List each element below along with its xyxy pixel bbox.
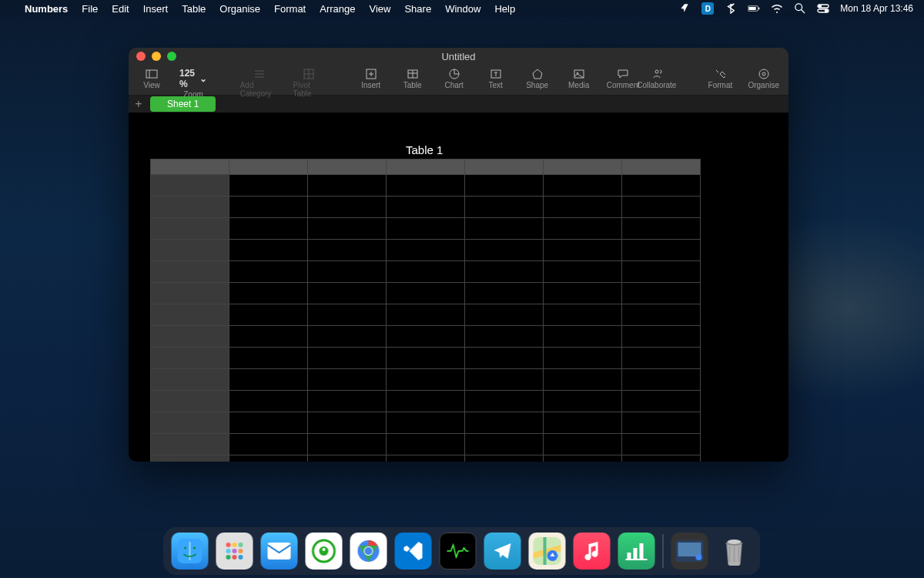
cell[interactable] <box>308 240 387 261</box>
cell[interactable] <box>465 283 544 304</box>
cell[interactable] <box>229 197 308 218</box>
cell[interactable] <box>229 391 308 412</box>
bluetooth-icon[interactable] <box>725 2 737 15</box>
cell[interactable] <box>544 455 622 462</box>
menu-arrange[interactable]: Arrange <box>320 3 355 15</box>
cell[interactable] <box>465 434 544 455</box>
cell[interactable] <box>622 348 701 369</box>
close-button[interactable] <box>136 52 146 61</box>
column-header[interactable] <box>544 160 622 175</box>
cell[interactable] <box>622 326 701 348</box>
row-header[interactable] <box>151 412 229 434</box>
organise-button[interactable]: Organise <box>748 68 779 89</box>
column-header[interactable] <box>229 160 308 175</box>
cell[interactable] <box>622 455 701 462</box>
cell[interactable] <box>544 412 622 434</box>
cell[interactable] <box>544 326 622 348</box>
cell[interactable] <box>229 434 308 455</box>
cell[interactable] <box>465 304 544 326</box>
dock-finder[interactable] <box>172 533 209 570</box>
column-header[interactable] <box>387 160 465 175</box>
cell[interactable] <box>387 348 465 369</box>
row-header[interactable] <box>151 304 229 326</box>
cell[interactable] <box>622 261 701 283</box>
cell[interactable] <box>622 283 701 304</box>
chart-button[interactable]: Chart <box>440 68 468 89</box>
cell[interactable] <box>229 175 308 197</box>
cell[interactable] <box>465 218 544 240</box>
collaborate-button[interactable]: Collaborate <box>640 68 674 89</box>
cell[interactable] <box>308 261 387 283</box>
cell[interactable] <box>465 455 544 462</box>
cell[interactable] <box>387 197 465 218</box>
battery-icon[interactable] <box>748 2 760 15</box>
row-header[interactable] <box>151 369 229 391</box>
cell[interactable] <box>229 412 308 434</box>
app-menu[interactable]: Numbers <box>25 3 68 15</box>
cell[interactable] <box>308 391 387 412</box>
cell[interactable] <box>229 369 308 391</box>
cell[interactable] <box>544 240 622 261</box>
shape-button[interactable]: Shape <box>524 68 551 89</box>
cell[interactable] <box>308 455 387 462</box>
cell[interactable] <box>308 348 387 369</box>
view-button[interactable]: View <box>138 68 166 99</box>
row-header[interactable] <box>151 348 229 369</box>
cell[interactable] <box>308 412 387 434</box>
row-header[interactable] <box>151 434 229 455</box>
dock-music[interactable] <box>574 533 611 570</box>
row-header[interactable] <box>151 218 229 240</box>
menu-insert[interactable]: Insert <box>143 3 169 15</box>
minimize-button[interactable] <box>152 52 161 61</box>
menu-window[interactable]: Window <box>445 3 480 15</box>
format-button[interactable]: Format <box>706 68 734 89</box>
zoom-control[interactable]: 125 %⌄ Zoom <box>179 68 207 99</box>
deepl-icon[interactable]: D <box>701 2 714 15</box>
cell[interactable] <box>544 218 622 240</box>
menu-format[interactable]: Format <box>274 3 306 15</box>
cell[interactable] <box>465 369 544 391</box>
dock-desktop-folder[interactable] <box>671 533 708 570</box>
cell[interactable] <box>387 326 465 348</box>
row-header[interactable] <box>151 261 229 283</box>
cell[interactable] <box>229 326 308 348</box>
menu-help[interactable]: Help <box>494 3 515 15</box>
cell[interactable] <box>387 283 465 304</box>
cell[interactable] <box>622 304 701 326</box>
menu-table[interactable]: Table <box>182 3 206 15</box>
cell[interactable] <box>308 283 387 304</box>
dock-keychain[interactable] <box>306 533 343 570</box>
cell[interactable] <box>387 391 465 412</box>
cell[interactable] <box>308 369 387 391</box>
menu-edit[interactable]: Edit <box>112 3 129 15</box>
cell[interactable] <box>622 218 701 240</box>
menu-share[interactable]: Share <box>404 3 431 15</box>
sheet-tab[interactable]: Sheet 1 <box>150 96 216 112</box>
spotlight-icon[interactable] <box>794 2 806 15</box>
cell[interactable] <box>622 434 701 455</box>
cell[interactable] <box>229 455 308 462</box>
cell[interactable] <box>622 369 701 391</box>
cell[interactable] <box>465 326 544 348</box>
insert-button[interactable]: Insert <box>357 68 385 89</box>
titlebar[interactable]: Untitled <box>129 48 788 65</box>
cell[interactable] <box>544 348 622 369</box>
cell[interactable] <box>229 240 308 261</box>
cell[interactable] <box>229 261 308 283</box>
cell[interactable] <box>229 348 308 369</box>
cell[interactable] <box>544 369 622 391</box>
cell[interactable] <box>465 175 544 197</box>
dock-mail[interactable] <box>261 533 298 570</box>
cell[interactable] <box>465 261 544 283</box>
cell[interactable] <box>387 369 465 391</box>
comment-button[interactable]: Comment <box>607 68 640 89</box>
cell[interactable] <box>544 197 622 218</box>
cell[interactable] <box>387 412 465 434</box>
cell[interactable] <box>465 348 544 369</box>
cell[interactable] <box>622 197 701 218</box>
media-button[interactable]: Media <box>565 68 593 89</box>
menubar-clock[interactable]: Mon 18 Apr 13:46 <box>840 3 913 14</box>
dock-numbers[interactable] <box>618 533 655 570</box>
cell[interactable] <box>544 434 622 455</box>
cell[interactable] <box>544 175 622 197</box>
